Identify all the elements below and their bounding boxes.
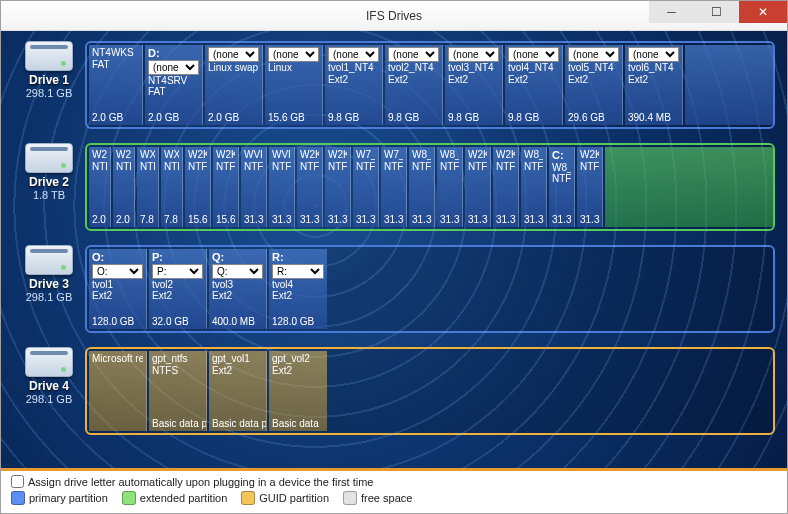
partition[interactable] (685, 45, 775, 125)
partition[interactable]: W2KNTF31.3 (325, 147, 351, 227)
partition[interactable]: (nonetvol3_NT4Ext29.8 GB (445, 45, 503, 125)
partition[interactable]: (nonetvol1_NT4Ext29.8 GB (325, 45, 383, 125)
drive-letter-select[interactable]: (none (148, 60, 199, 75)
drive-name: Drive 4 (29, 379, 69, 393)
partition[interactable]: W2KNTF15.6 (213, 147, 239, 227)
drive-letter-select[interactable]: (none (568, 47, 619, 62)
partition[interactable]: (nonetvol4_NT4Ext29.8 GB (505, 45, 563, 125)
drive-size: 298.1 GB (26, 291, 72, 303)
drive-letter-select[interactable]: R: (272, 264, 324, 279)
drive-letter-select[interactable]: (none (328, 47, 379, 62)
legend-extended: extended partition (122, 491, 227, 505)
drive-letter-select[interactable]: (none (208, 47, 259, 62)
legend-primary: primary partition (11, 491, 108, 505)
partition[interactable]: W2KNTF31.3 (465, 147, 491, 227)
drive-letter-select[interactable]: (none (448, 47, 499, 62)
partition-size: 400.0 MB (212, 316, 263, 328)
partition[interactable]: WVINTF31.3 (241, 147, 267, 227)
partition-fs: NTF (300, 161, 319, 173)
partition[interactable]: Q:Q:tvol3Ext2400.0 MB (209, 249, 267, 329)
partition[interactable]: (noneLinux15.6 GB (265, 45, 323, 125)
partition-fs: NTF (328, 161, 347, 173)
partition-name: W7_ (384, 149, 403, 161)
partition-name: W2K (116, 149, 131, 161)
partition[interactable]: W8_NTF31.3 (409, 147, 435, 227)
partition[interactable]: D:(noneNT4SRVFAT2.0 GB (145, 45, 203, 125)
partition-fs: NTF (552, 173, 571, 185)
partition[interactable]: R:R:tvol4Ext2128.0 GB (269, 249, 327, 329)
partition-letter: O: (92, 251, 143, 264)
partition-fs: Ext2 (152, 290, 203, 302)
partition-name: W8_ (524, 149, 543, 161)
titlebar: IFS Drives ─ ☐ ✕ (1, 1, 787, 31)
drive-letter-select[interactable]: (none (268, 47, 319, 62)
partition-fs: NTF (92, 161, 107, 173)
drive-letter-select[interactable]: Q: (212, 264, 263, 279)
drive-icon (25, 143, 73, 173)
auto-assign-checkbox[interactable] (11, 475, 24, 488)
partition-size: 2.0 (92, 214, 107, 226)
partition[interactable]: (noneLinux swap2.0 GB (205, 45, 263, 125)
drive-letter-select[interactable]: P: (152, 264, 203, 279)
partition[interactable]: W2KNTF31.3 (297, 147, 323, 227)
partition-fs: NTF (188, 161, 207, 173)
drive-letter-select[interactable]: (none (388, 47, 439, 62)
partition-size: 29.6 GB (568, 112, 619, 124)
partition-name: tvol4_NT4 (508, 62, 559, 74)
partition[interactable]: W2KNTF2.0 (89, 147, 111, 227)
drive-letter-select[interactable]: (none (628, 47, 679, 62)
partition[interactable]: Microsoft re (89, 351, 147, 431)
partition-fs: NTFS (152, 365, 203, 377)
minimize-button[interactable]: ─ (649, 1, 694, 23)
maximize-button[interactable]: ☐ (694, 1, 739, 23)
partition[interactable]: WXINTF7.8 (161, 147, 183, 227)
partition[interactable]: gpt_vol1Ext2Basic data p (209, 351, 267, 431)
partition-name: WXI (164, 149, 179, 161)
partition-fs: FAT (92, 59, 139, 71)
partition-size: 31.3 (272, 214, 291, 226)
partition-size: 128.0 GB (272, 316, 324, 328)
partition[interactable]: O:O:tvol1Ext2128.0 GB (89, 249, 147, 329)
swatch-extended (122, 491, 136, 505)
partition[interactable]: W7_NTF31.3 (353, 147, 379, 227)
partition[interactable]: (nonetvol6_NT4Ext2390.4 MB (625, 45, 683, 125)
partition[interactable]: W8_NTF31.3 (437, 147, 463, 227)
partition[interactable]: (nonetvol5_NT4Ext229.6 GB (565, 45, 623, 125)
drive-info: Drive 21.8 TB (13, 143, 85, 231)
partition-fs: NTF (272, 161, 291, 173)
partition[interactable]: WVINTF31.3 (269, 147, 295, 227)
partition-name: WXI (140, 149, 155, 161)
partition-fs: NTF (468, 161, 487, 173)
partition-fs: NTF (384, 161, 403, 173)
partition-letter: R: (272, 251, 324, 264)
partition[interactable]: WXINTF7.8 (137, 147, 159, 227)
partition[interactable]: W8_NTF31.3 (521, 147, 547, 227)
drive-icon (25, 347, 73, 377)
drive-info: Drive 3298.1 GB (13, 245, 85, 333)
partition-name: tvol4 (272, 279, 324, 291)
partition-name: Linux (268, 62, 319, 74)
drive-info: Drive 4298.1 GB (13, 347, 85, 435)
partition-fs: Ext2 (212, 290, 263, 302)
partition-fs: NTF (580, 161, 599, 173)
partition[interactable]: W2KNTF31.3 (577, 147, 603, 227)
partition[interactable]: C:W8_NTF31.3 (549, 147, 575, 227)
partition[interactable]: gpt_vol2Ext2Basic data (269, 351, 327, 431)
auto-assign-row[interactable]: Assign drive letter automatically upon p… (11, 475, 777, 488)
partition[interactable]: W2KNTF15.6 (185, 147, 211, 227)
partition[interactable] (605, 147, 775, 227)
drive-name: Drive 2 (29, 175, 69, 189)
partition[interactable]: W7_NTF31.3 (381, 147, 407, 227)
partition-fs: Ext2 (448, 74, 499, 86)
drive-letter-select[interactable]: O: (92, 264, 143, 279)
drive-info: Drive 1298.1 GB (13, 41, 85, 129)
drive-letter-select[interactable]: (none (508, 47, 559, 62)
partition[interactable]: W2KNTF2.0 (113, 147, 135, 227)
partition[interactable]: gpt_ntfsNTFSBasic data p (149, 351, 207, 431)
partition-size: 32.0 GB (152, 316, 203, 328)
close-button[interactable]: ✕ (739, 1, 787, 23)
partition[interactable]: W2KNTF31.3 (493, 147, 519, 227)
partition[interactable]: NT4WKSFAT2.0 GB (89, 45, 143, 125)
partition[interactable]: (nonetvol2_NT4Ext29.8 GB (385, 45, 443, 125)
partition[interactable]: P:P:tvol2Ext232.0 GB (149, 249, 207, 329)
